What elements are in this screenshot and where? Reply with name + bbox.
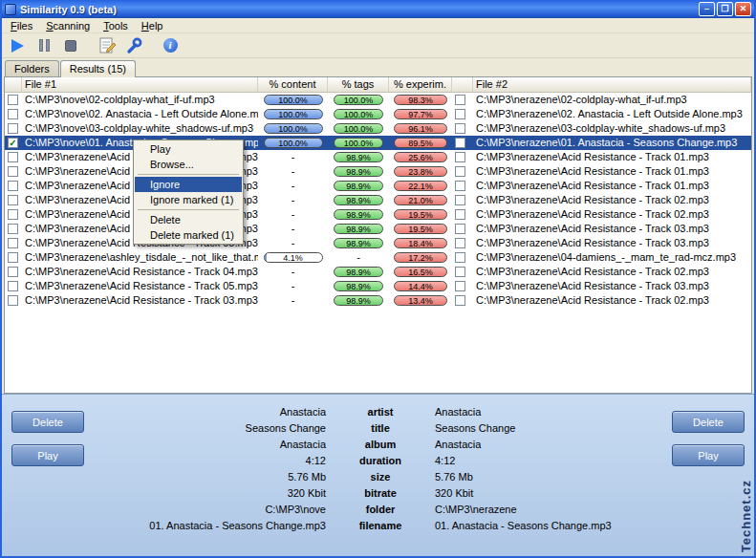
row-mark-cell[interactable] <box>5 265 22 279</box>
row-checkbox-2[interactable] <box>455 281 465 291</box>
row-checkbox-2[interactable] <box>455 109 465 119</box>
table-row[interactable]: C:\MP3\nerazene\Acid Resistance - Track … <box>5 193 751 207</box>
row-mark-cell-2[interactable] <box>452 293 473 308</box>
row-mark-cell-2[interactable] <box>452 265 473 279</box>
row-checkbox-2[interactable] <box>455 238 465 248</box>
row-checkbox[interactable]: ✓ <box>8 138 18 148</box>
row-checkbox[interactable] <box>8 209 18 220</box>
context-menu-item-play[interactable]: Play <box>135 141 242 157</box>
table-row[interactable]: ✓C:\MP3\nove\01. Anastacia - Seasons Cha… <box>5 136 751 150</box>
play-button[interactable] <box>6 35 29 56</box>
menu-item-help[interactable]: Help <box>135 19 170 32</box>
row-checkbox[interactable] <box>8 109 18 119</box>
row-mark-cell-2[interactable] <box>452 193 473 207</box>
table-row[interactable]: C:\MP3\nerazene\Acid Resistance - Track … <box>5 236 751 250</box>
row-checkbox-2[interactable] <box>455 224 465 234</box>
row-mark-cell[interactable] <box>5 236 22 250</box>
left-play-button[interactable]: Play <box>11 444 84 466</box>
minimize-button[interactable]: – <box>699 2 715 16</box>
table-row[interactable]: C:\MP3\nove\03-coldplay-white_shadows-uf… <box>5 121 751 136</box>
row-checkbox[interactable] <box>8 166 18 177</box>
row-checkbox-2[interactable] <box>455 209 465 220</box>
tab-results-15[interactable]: Results (15) <box>60 60 136 77</box>
row-checkbox[interactable] <box>8 281 18 291</box>
row-checkbox[interactable] <box>8 224 18 234</box>
row-checkbox[interactable] <box>8 95 18 105</box>
context-menu-item-delete-marked-1[interactable]: Delete marked (1) <box>135 227 242 243</box>
row-checkbox-2[interactable] <box>455 295 465 306</box>
menu-item-files[interactable]: Files <box>4 19 39 32</box>
context-menu-item-ignore-marked-1[interactable]: Ignore marked (1) <box>135 192 242 207</box>
table-row[interactable]: C:\MP3\nerazene\Acid Resistance - Track … <box>5 265 751 279</box>
context-menu-item-delete[interactable]: Delete <box>135 212 242 227</box>
row-checkbox[interactable] <box>8 123 18 134</box>
header-content[interactable]: % content <box>258 77 328 92</box>
close-button[interactable]: ✕ <box>735 2 751 16</box>
row-mark-cell-2[interactable] <box>452 222 473 236</box>
row-mark-cell[interactable] <box>5 150 22 164</box>
menu-item-tools[interactable]: Tools <box>97 19 135 32</box>
row-checkbox-2[interactable] <box>455 181 465 191</box>
table-row[interactable]: C:\MP3\nerazene\Acid Resistance - Track … <box>5 207 751 222</box>
row-checkbox-2[interactable] <box>455 152 465 162</box>
row-checkbox-2[interactable] <box>455 138 465 148</box>
table-row[interactable]: C:\MP3\nerazene\Acid Resistance - Track … <box>5 150 751 164</box>
row-mark-cell[interactable] <box>5 193 22 207</box>
row-mark-cell[interactable] <box>5 279 22 293</box>
table-row[interactable]: C:\MP3\nerazene\ashley_tisdale_-_not_lik… <box>5 250 751 265</box>
table-row[interactable]: C:\MP3\nove\02-coldplay-what_if-uf.mp310… <box>5 93 751 107</box>
row-mark-cell[interactable] <box>5 207 22 222</box>
row-checkbox-2[interactable] <box>455 123 465 134</box>
header-tags[interactable]: % tags <box>328 77 389 92</box>
row-checkbox[interactable] <box>8 295 18 306</box>
row-mark-cell-2[interactable] <box>452 179 473 193</box>
info-button[interactable] <box>159 35 182 56</box>
row-mark-cell-2[interactable] <box>452 250 473 265</box>
row-checkbox[interactable] <box>8 267 18 277</box>
row-mark-cell-2[interactable] <box>452 207 473 222</box>
row-checkbox-2[interactable] <box>455 166 465 177</box>
row-checkbox-2[interactable] <box>455 252 465 263</box>
row-mark-cell[interactable] <box>5 121 22 136</box>
row-mark-cell[interactable] <box>5 293 22 308</box>
table-row[interactable]: C:\MP3\nerazene\Acid Resistance - Track … <box>5 279 751 293</box>
table-row[interactable]: C:\MP3\nerazene\Acid Resistance - Track … <box>5 222 751 236</box>
table-row[interactable]: C:\MP3\nerazene\Acid Resistance - Track … <box>5 293 751 308</box>
maximize-button[interactable]: ❐ <box>717 2 733 16</box>
row-mark-cell-2[interactable] <box>452 121 473 136</box>
row-mark-cell-2[interactable] <box>452 164 473 179</box>
tab-folders[interactable]: Folders <box>5 60 59 76</box>
stop-button[interactable] <box>59 35 82 56</box>
table-row[interactable]: C:\MP3\nove\02. Anastacia - Left Outside… <box>5 107 751 121</box>
row-checkbox-2[interactable] <box>455 267 465 277</box>
header-mark-column[interactable] <box>5 77 22 92</box>
menu-item-scanning[interactable]: Scanning <box>39 19 97 32</box>
row-checkbox[interactable] <box>8 181 18 191</box>
row-mark-cell[interactable] <box>5 250 22 265</box>
left-delete-button[interactable]: Delete <box>11 411 84 433</box>
row-checkbox[interactable] <box>8 238 18 248</box>
context-menu-item-ignore[interactable]: Ignore <box>135 177 242 192</box>
tools-button[interactable] <box>122 35 145 56</box>
row-mark-cell[interactable] <box>5 179 22 193</box>
header-mark-column-2[interactable] <box>452 77 473 92</box>
row-mark-cell[interactable] <box>5 93 22 107</box>
table-row[interactable]: C:\MP3\nerazene\Acid Resistance - Track … <box>5 179 751 193</box>
row-mark-cell-2[interactable] <box>452 236 473 250</box>
pause-button[interactable] <box>32 35 55 56</box>
right-delete-button[interactable]: Delete <box>672 411 745 433</box>
context-menu-item-browse[interactable]: Browse... <box>135 157 242 172</box>
row-mark-cell-2[interactable] <box>452 279 473 293</box>
row-checkbox[interactable] <box>8 252 18 263</box>
row-checkbox-2[interactable] <box>455 95 465 105</box>
row-mark-cell-2[interactable] <box>452 93 473 107</box>
row-mark-cell[interactable] <box>5 107 22 121</box>
row-mark-cell[interactable] <box>5 164 22 179</box>
row-checkbox[interactable] <box>8 152 18 162</box>
table-row[interactable]: C:\MP3\nerazene\Acid Resistance - Track … <box>5 164 751 179</box>
right-play-button[interactable]: Play <box>672 444 745 466</box>
row-checkbox[interactable] <box>8 195 18 205</box>
row-mark-cell[interactable]: ✓ <box>5 136 22 150</box>
row-checkbox-2[interactable] <box>455 195 465 205</box>
new-scan-button[interactable] <box>96 35 119 56</box>
